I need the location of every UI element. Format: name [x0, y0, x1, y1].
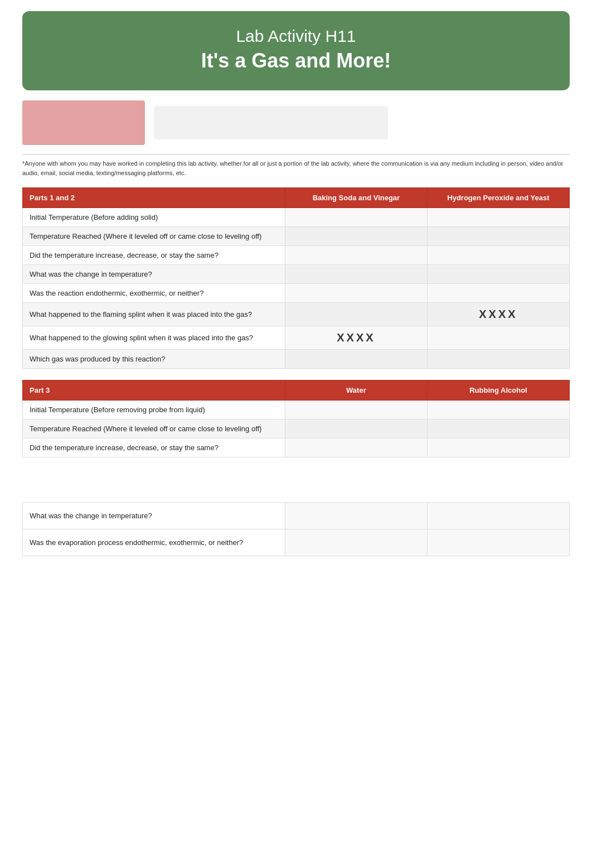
table1-row-col2-4[interactable]: [285, 284, 427, 303]
disclaimer-text: *Anyone with whom you may have worked in…: [22, 154, 570, 177]
table1-col3-header: Hydrogen Peroxide and Yeast: [427, 188, 569, 208]
bottom-row-col3-1[interactable]: [427, 529, 569, 556]
page: Lab Activity H11 It's a Gas and More! *A…: [0, 0, 592, 634]
table1-row-label-3: What was the change in temperature?: [23, 265, 285, 284]
table1-row-label-4: Was the reaction endothermic, exothermic…: [23, 284, 285, 303]
table1-row-label-7: Which gas was produced by this reaction?: [23, 350, 285, 369]
bottom-row-col2-0[interactable]: [285, 503, 427, 529]
header-banner: Lab Activity H11 It's a Gas and More!: [22, 11, 570, 90]
table1-row-col2-0[interactable]: [285, 208, 427, 227]
spacer2: [22, 567, 570, 612]
bottom-questions-table: What was the change in temperature?Was t…: [22, 502, 570, 556]
table1-row-col3-6[interactable]: [427, 326, 569, 350]
header-title2: It's a Gas and More!: [33, 49, 559, 73]
table1-row-label-6: What happened to the glowing splint when…: [23, 326, 285, 350]
bottom-row-col3-0[interactable]: [427, 503, 569, 529]
bottom-row-label-0: What was the change in temperature?: [23, 503, 285, 529]
table1-row-col3-7[interactable]: [427, 350, 569, 369]
table2-col1-header: Part 3: [23, 380, 285, 401]
table1-row-col2-3[interactable]: [285, 265, 427, 284]
table2-row-col3-0[interactable]: [427, 401, 569, 419]
header-title1: Lab Activity H11: [33, 27, 559, 46]
part-3-table: Part 3 Water Rubbing Alcohol Initial Tem…: [22, 380, 570, 457]
table1-row-col3-1[interactable]: [427, 227, 569, 246]
table2-row-col2-0[interactable]: [285, 401, 427, 419]
table1-row-col3-3[interactable]: [427, 265, 569, 284]
table2-row-col2-1[interactable]: [285, 419, 427, 438]
bottom-row-col2-1[interactable]: [285, 529, 427, 556]
parts-1-2-table: Parts 1 and 2 Baking Soda and Vinegar Hy…: [22, 187, 570, 369]
blurred-area: [22, 100, 570, 145]
table1-row-col2-7[interactable]: [285, 350, 427, 369]
table1-row-label-1: Temperature Reached (Where it leveled of…: [23, 227, 285, 246]
table2-row-col2-2[interactable]: [285, 438, 427, 457]
table1-row-col3-5[interactable]: XXXX: [427, 303, 569, 326]
table2-row-col3-2[interactable]: [427, 438, 569, 457]
spacer1: [22, 469, 570, 502]
table2-row-col3-1[interactable]: [427, 419, 569, 438]
table1-row-label-0: Initial Temperature (Before adding solid…: [23, 208, 285, 227]
table1-row-col2-1[interactable]: [285, 227, 427, 246]
table1-row-col3-4[interactable]: [427, 284, 569, 303]
table2-row-label-0: Initial Temperature (Before removing pro…: [23, 401, 285, 419]
table2-col3-header: Rubbing Alcohol: [427, 380, 569, 401]
table1-row-col3-2[interactable]: [427, 246, 569, 265]
table2-col2-header: Water: [285, 380, 427, 401]
table1-col1-header: Parts 1 and 2: [23, 188, 285, 208]
table1-row-col2-5[interactable]: [285, 303, 427, 326]
table1-col2-header: Baking Soda and Vinegar: [285, 188, 427, 208]
blurred-name-box: [22, 100, 145, 145]
table1-row-col3-0[interactable]: [427, 208, 569, 227]
table2-row-label-2: Did the temperature increase, decrease, …: [23, 438, 285, 457]
table1-row-label-2: Did the temperature increase, decrease, …: [23, 246, 285, 265]
table1-row-label-5: What happened to the flaming splint when…: [23, 303, 285, 326]
table1-row-col2-2[interactable]: [285, 246, 427, 265]
table1-row-col2-6[interactable]: XXXX: [285, 326, 427, 350]
blurred-info-box: [154, 106, 388, 139]
bottom-row-label-1: Was the evaporation process endothermic,…: [23, 529, 285, 556]
table2-row-label-1: Temperature Reached (Where it leveled of…: [23, 419, 285, 438]
